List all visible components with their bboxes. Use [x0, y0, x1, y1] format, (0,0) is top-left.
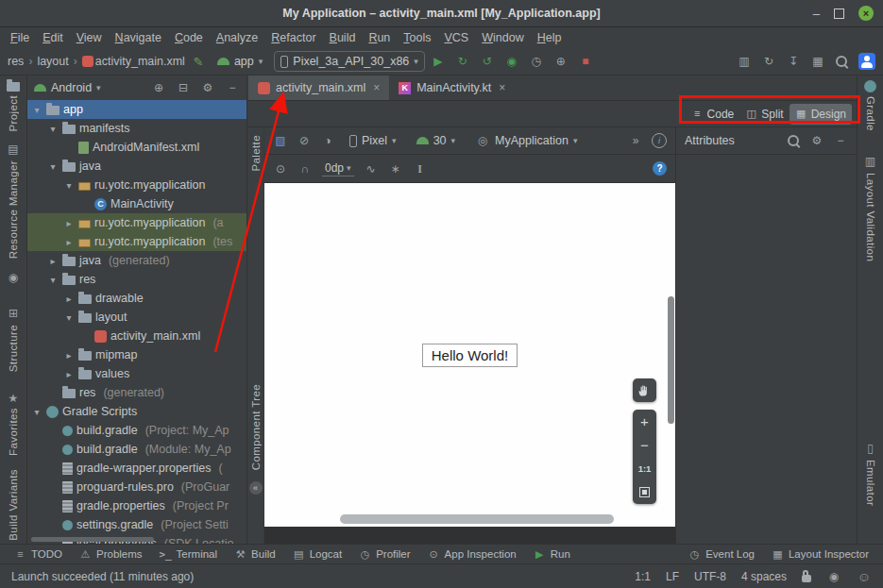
- attach-debugger-icon[interactable]: ⊕: [553, 54, 569, 69]
- line-ending-indicator[interactable]: LF: [666, 570, 679, 583]
- tree-item-java[interactable]: ▸java(generated): [27, 251, 246, 270]
- collapse-all-icon[interactable]: ⊟: [176, 80, 191, 95]
- sdk-manager-icon[interactable]: ↧: [786, 54, 801, 69]
- tree-item-layout[interactable]: ▾layout: [27, 308, 246, 327]
- stop-icon[interactable]: ■: [578, 54, 593, 69]
- tree-item-build-gradle[interactable]: build.gradle(Project: My_Ap: [27, 421, 246, 440]
- tree-item-gradle-wrapper-properties[interactable]: gradle-wrapper.properties(: [27, 459, 246, 478]
- tree-item-settings-gradle[interactable]: settings.gradle(Project Setti: [27, 515, 246, 534]
- tree-item-values[interactable]: ▸values: [27, 364, 246, 383]
- maximize-button[interactable]: [834, 8, 844, 19]
- zoom-reset-button[interactable]: 1:1: [633, 457, 656, 480]
- mode-code-button[interactable]: ≡Code: [686, 104, 740, 125]
- debug-icon[interactable]: ◉: [504, 54, 519, 69]
- night-mode-icon[interactable]: ⊘: [297, 133, 312, 148]
- mode-split-button[interactable]: ◫Split: [739, 104, 789, 125]
- hide-icon[interactable]: −: [225, 80, 240, 95]
- run-icon[interactable]: ▶: [431, 54, 446, 69]
- tree-item-mipmap[interactable]: ▸mipmap: [27, 345, 246, 364]
- tool-button-event-log[interactable]: ◷Event Log: [680, 545, 763, 563]
- component-tree-tab[interactable]: Component Tree: [250, 384, 262, 470]
- tree-item-proguard-rules-pro[interactable]: proguard-rules.pro(ProGuar: [27, 478, 246, 496]
- tree-item-build-gradle[interactable]: build.gradle(Module: My_Ap: [27, 440, 246, 459]
- profiler-icon[interactable]: ◷: [529, 54, 544, 69]
- mode-design-button[interactable]: ▦Design: [790, 104, 852, 125]
- tree-item-mainactivity[interactable]: CMainActivity: [27, 194, 246, 213]
- api-level-dropdown[interactable]: 30 ▾: [411, 132, 461, 149]
- design-surface-icon[interactable]: ▧: [273, 133, 288, 148]
- settings-icon[interactable]: ⚙: [200, 80, 215, 95]
- star-icon[interactable]: ★: [6, 391, 21, 406]
- tool-button-logcat[interactable]: ▤Logcat: [284, 545, 351, 563]
- tree-item-gradle-properties[interactable]: gradle.properties(Project Pr: [27, 496, 246, 515]
- notifications-icon[interactable]: ◉: [826, 569, 841, 584]
- menu-item-navigate[interactable]: Navigate: [109, 29, 168, 46]
- breadcrumb-activity-main[interactable]: activity_main.xml: [95, 55, 185, 68]
- menu-item-refactor[interactable]: Refactor: [264, 29, 322, 46]
- palette-tab[interactable]: Palette: [250, 135, 262, 172]
- stripe-item-resource-manager[interactable]: ▤Resource Manager: [6, 142, 21, 259]
- tool-button-profiler[interactable]: ◷Profiler: [350, 545, 418, 563]
- run-config-dropdown[interactable]: app ▾: [212, 53, 268, 70]
- tree-item-drawable[interactable]: ▸drawable: [27, 289, 246, 308]
- zoom-fit-button[interactable]: [633, 480, 656, 504]
- pencil-icon[interactable]: ✎: [191, 54, 206, 69]
- stripe-item-favorites[interactable]: Favorites: [8, 408, 19, 456]
- pin-icon[interactable]: ◉: [6, 270, 21, 285]
- sync-project-icon[interactable]: ↻: [761, 54, 776, 69]
- menu-item-view[interactable]: View: [70, 29, 109, 46]
- stripe-item-gradle[interactable]: Gradle: [864, 80, 876, 131]
- lock-icon[interactable]: [802, 575, 811, 582]
- device-selector-dropdown[interactable]: Pixel_3a_API_30_x86 ▾: [274, 51, 425, 72]
- tree-item-app[interactable]: ▾app: [27, 100, 246, 119]
- view-options-icon[interactable]: ⊙: [273, 161, 288, 176]
- device-screen[interactable]: Hello World!: [264, 183, 675, 527]
- breadcrumb-res[interactable]: res: [8, 55, 24, 68]
- textview-hello-world[interactable]: Hello World!: [422, 344, 518, 367]
- info-icon[interactable]: i: [652, 133, 667, 148]
- device-dropdown[interactable]: Pixel ▾: [344, 132, 402, 149]
- density-icon[interactable]: ◑: [320, 133, 335, 148]
- tree-item-java[interactable]: ▾java: [27, 157, 246, 176]
- editor-tab-mainactivity-kt[interactable]: KMainActivity.kt×: [389, 76, 515, 100]
- tree-item-manifests[interactable]: ▾manifests: [27, 119, 246, 138]
- pan-tool-button[interactable]: [633, 378, 656, 402]
- indent-indicator[interactable]: 4 spaces: [741, 570, 787, 583]
- tool-button-terminal[interactable]: >_Terminal: [151, 545, 226, 563]
- apply-code-changes-icon[interactable]: ↺: [480, 54, 495, 69]
- tool-button-app-inspection[interactable]: ⊙App Inspection: [419, 545, 525, 563]
- zoom-in-button[interactable]: +: [633, 410, 656, 433]
- stripe-item-structure[interactable]: ⊞Structure: [6, 306, 21, 372]
- device-manager-icon[interactable]: ▥: [737, 54, 752, 69]
- zoom-out-button[interactable]: −: [633, 433, 656, 457]
- locate-icon[interactable]: ⊕: [151, 80, 166, 95]
- infer-constraints-icon[interactable]: ∗: [388, 161, 403, 176]
- cursor-position[interactable]: 1:1: [635, 570, 651, 583]
- tool-button-problems[interactable]: ⚠Problems: [71, 545, 151, 563]
- close-icon[interactable]: ×: [499, 81, 505, 94]
- tree-item-res[interactable]: ▾res: [27, 270, 246, 289]
- menu-item-window[interactable]: Window: [475, 29, 530, 46]
- avatar-icon[interactable]: [858, 53, 875, 70]
- project-scrollbar[interactable]: [31, 537, 154, 542]
- default-margin-dropdown[interactable]: 0dp ▾: [322, 160, 354, 176]
- layout-inspector-icon[interactable]: ▦: [810, 54, 825, 69]
- settings-icon[interactable]: ⚙: [809, 133, 824, 148]
- tree-item-ru-yotc-myapplication[interactable]: ▸ru.yotc.myapplication(tes: [27, 232, 246, 251]
- tool-button-run[interactable]: ▶Run: [525, 545, 579, 563]
- encoding-indicator[interactable]: UTF-8: [694, 570, 726, 583]
- stripe-item-project[interactable]: Project: [7, 80, 20, 132]
- menu-item-help[interactable]: Help: [531, 29, 569, 46]
- theme-dropdown[interactable]: ◎ MyApplication ▾: [469, 131, 583, 150]
- tree-item-res[interactable]: res(generated): [27, 383, 246, 402]
- clear-constraints-icon[interactable]: ∿: [364, 161, 379, 176]
- feedback-smiley-icon[interactable]: ☺: [857, 569, 872, 584]
- menu-item-build[interactable]: Build: [323, 29, 363, 46]
- collapse-icon[interactable]: «: [249, 481, 263, 495]
- tree-item-ru-yotc-myapplication[interactable]: ▸ru.yotc.myapplication(a: [27, 213, 246, 232]
- menu-item-code[interactable]: Code: [168, 29, 210, 46]
- search-icon[interactable]: [787, 134, 801, 148]
- tree-item-ru-yotc-myapplication[interactable]: ▾ru.yotc.myapplication: [27, 176, 246, 194]
- menu-item-vcs[interactable]: VCS: [438, 29, 476, 46]
- tree-item-androidmanifest-xml[interactable]: AndroidManifest.xml: [27, 138, 246, 157]
